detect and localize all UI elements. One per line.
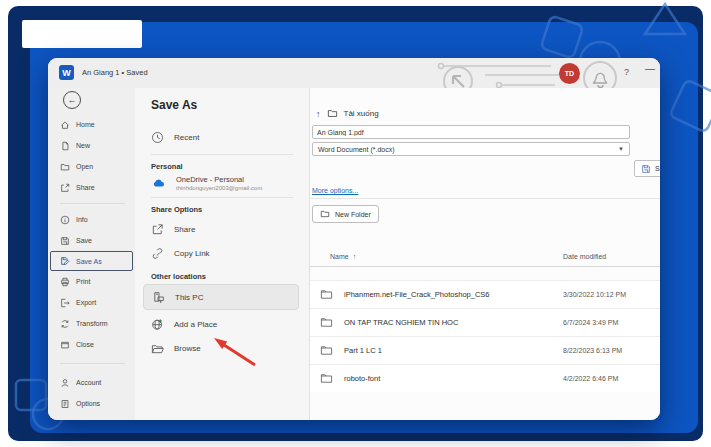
word-app-icon: W — [59, 65, 74, 80]
this-pc-item[interactable]: This PC — [143, 284, 299, 310]
sidebar-item-label: Print — [76, 278, 90, 285]
file-name: Part 1 LC 1 — [344, 346, 563, 355]
file-date: 3/30/2022 10:12 PM — [563, 291, 660, 298]
word-window: W An Giang 1 • Saved TD ? — ← — [48, 58, 660, 420]
file-name: roboto-font — [344, 374, 563, 383]
back-arrow-icon: ← — [68, 95, 77, 105]
save-button-label: Save — [655, 165, 660, 172]
copy-link-label: Copy Link — [174, 249, 210, 258]
titlebar: W An Giang 1 • Saved TD ? — — [48, 58, 660, 88]
breadcrumb[interactable]: ↑ Tải xuống — [316, 108, 379, 119]
filetype-select[interactable]: Word Document (*.docx) ▼ — [312, 142, 630, 156]
browse-folder-icon — [151, 342, 164, 355]
file-row[interactable]: ON TAP TRAC NGHIEM TIN HOC 6/7/2024 3:49… — [310, 308, 660, 336]
sidebar-item-label: Home — [76, 121, 95, 128]
onedrive-name: OneDrive - Personal — [176, 175, 262, 184]
file-row[interactable]: roboto-font 4/2/2022 6:46 PM — [310, 364, 660, 392]
sidebar-divider — [60, 203, 125, 204]
back-button[interactable]: ← — [63, 91, 81, 109]
sidebar-item-close[interactable]: Close — [48, 334, 135, 355]
file-list: iPhanmem.net-File_Crack_Photoshop_CS6 3/… — [310, 280, 660, 392]
other-locations-section-label: Other locations — [151, 272, 309, 281]
copy-link-item[interactable]: Copy Link — [151, 241, 309, 265]
account-badge[interactable]: TD — [559, 63, 580, 84]
open-folder-icon — [60, 162, 70, 172]
transform-icon — [60, 319, 70, 329]
clock-icon — [151, 131, 164, 144]
options-icon — [60, 399, 70, 409]
filetype-value: Word Document (*.docx) — [318, 146, 395, 153]
sidebar-item-label: Save — [76, 237, 92, 244]
sidebar-item-account[interactable]: Account — [48, 372, 135, 393]
file-date: 4/2/2022 6:46 PM — [563, 375, 660, 382]
onedrive-email: thinhdonguyen2003@gmail.com — [176, 184, 262, 192]
file-row[interactable]: Part 1 LC 1 8/22/2023 6:13 PM — [310, 336, 660, 364]
folder-icon — [320, 288, 333, 301]
info-icon — [60, 215, 70, 225]
sidebar-item-options[interactable]: Options — [48, 393, 135, 414]
sidebar-item-label: Account — [76, 379, 101, 386]
file-date: 6/7/2024 3:49 PM — [563, 319, 660, 326]
share-item[interactable]: Share — [151, 217, 309, 241]
onedrive-item[interactable]: OneDrive - Personal thinhdonguyen2003@gm… — [151, 175, 309, 192]
folder-icon — [320, 316, 333, 329]
folder-icon — [327, 108, 338, 119]
link-icon — [151, 247, 164, 260]
sidebar-item-save[interactable]: Save — [48, 230, 135, 251]
folder-icon — [320, 344, 333, 357]
screenshot-canvas: W An Giang 1 • Saved TD ? — ← — [0, 0, 711, 447]
new-folder-icon — [320, 209, 330, 219]
new-folder-button[interactable]: New Folder — [312, 205, 379, 223]
current-folder-label[interactable]: Tải xuống — [344, 109, 379, 118]
recent-item[interactable]: Recent — [151, 125, 309, 149]
sidebar-item-print[interactable]: Print — [48, 271, 135, 292]
share-label: Share — [174, 225, 195, 234]
share-options-section-label: Share Options — [151, 205, 309, 214]
filename-input[interactable] — [312, 125, 630, 139]
save-icon — [60, 236, 70, 246]
sort-ascending-icon: ↑ — [353, 253, 357, 260]
header-underline — [310, 266, 660, 267]
new-folder-label: New Folder — [335, 211, 371, 218]
sidebar-item-transform[interactable]: Transform — [48, 313, 135, 334]
share-box-icon — [151, 223, 164, 236]
folder-icon — [320, 372, 333, 385]
date-column-header[interactable]: Date modified — [563, 253, 660, 260]
recent-label: Recent — [174, 133, 199, 142]
sidebar-item-label: Save As — [76, 258, 102, 265]
print-icon — [60, 277, 70, 287]
save-button[interactable]: Save — [634, 160, 660, 177]
close-window-icon — [60, 340, 70, 350]
sidebar-item-open[interactable]: Open — [48, 156, 135, 177]
name-column-label: Name — [330, 253, 349, 260]
file-row[interactable]: iPhanmem.net-File_Crack_Photoshop_CS6 3/… — [310, 280, 660, 308]
sidebar-item-export[interactable]: Export — [48, 292, 135, 313]
this-pc-label: This PC — [175, 293, 203, 302]
sidebar-item-new[interactable]: New — [48, 135, 135, 156]
sidebar-item-share[interactable]: Share — [48, 177, 135, 198]
sidebar-item-label: Info — [76, 216, 88, 223]
minimize-button[interactable]: — — [645, 63, 655, 74]
backstage-body: ← Home New Open Share — [48, 88, 660, 420]
panel-divider — [151, 154, 293, 155]
file-name: ON TAP TRAC NGHIEM TIN HOC — [344, 318, 563, 327]
list-header: Name↑ Date modified — [310, 248, 660, 264]
name-column-header[interactable]: Name↑ — [330, 253, 563, 260]
more-options-link[interactable]: More options... — [312, 187, 358, 194]
sidebar-item-label: Open — [76, 163, 93, 170]
up-directory-icon[interactable]: ↑ — [316, 109, 321, 119]
panel-divider — [151, 197, 293, 198]
sidebar-item-save-as[interactable]: Save As — [50, 251, 133, 271]
sidebar-item-label: Options — [76, 400, 100, 407]
page-title: Save As — [151, 98, 309, 112]
onedrive-text: OneDrive - Personal thinhdonguyen2003@gm… — [176, 175, 262, 192]
this-pc-icon — [152, 291, 165, 304]
sidebar-item-home[interactable]: Home — [48, 114, 135, 135]
help-button[interactable]: ? — [624, 67, 629, 77]
globe-add-icon — [151, 318, 164, 331]
export-icon — [60, 298, 70, 308]
personal-section-label: Personal — [151, 162, 309, 171]
backstage-sidebar: ← Home New Open Share — [48, 88, 135, 420]
sidebar-item-info[interactable]: Info — [48, 209, 135, 230]
browse-label: Browse — [174, 344, 201, 353]
